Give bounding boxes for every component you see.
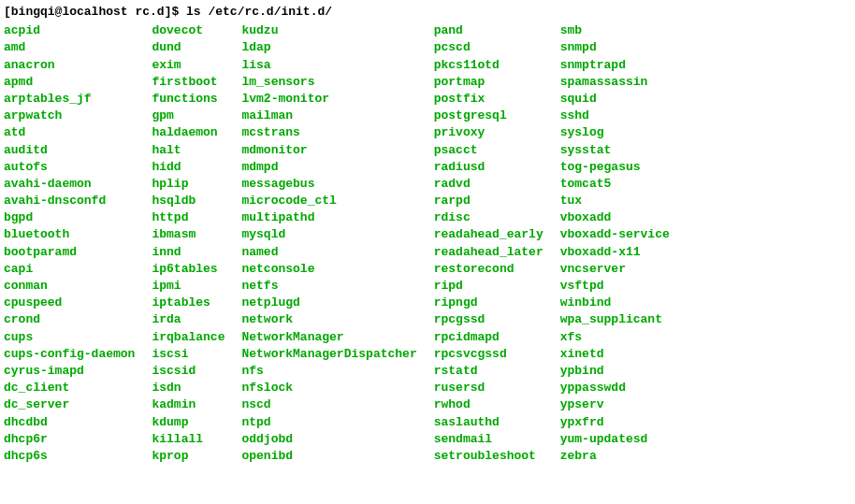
file-entry: smb — [560, 22, 670, 39]
file-entry: sshd — [560, 108, 670, 124]
file-entry: messagebus — [241, 176, 416, 193]
file-entry: autofs — [4, 159, 135, 176]
file-entry: ntpd — [241, 414, 416, 431]
file-entry: haldaemon — [152, 124, 225, 141]
file-entry: cyrus-imapd — [4, 363, 135, 380]
file-entry: microcode_ctl — [241, 193, 416, 209]
file-entry: dc_client — [4, 380, 135, 396]
file-entry: readahead_early — [434, 226, 543, 243]
file-entry: radiusd — [434, 159, 543, 176]
file-entry: vsftpd — [560, 278, 670, 295]
file-entry: ipmi — [152, 278, 225, 295]
file-entry: iscsi — [152, 346, 225, 363]
file-entry: ypserv — [560, 396, 670, 413]
file-entry: bluetooth — [4, 226, 135, 243]
file-entry: readahead_later — [434, 244, 543, 261]
file-entry: named — [241, 244, 416, 261]
file-entry: netconsole — [241, 261, 416, 278]
file-entry: xfs — [560, 329, 670, 346]
file-entry: tomcat5 — [560, 176, 670, 193]
file-entry: NetworkManager — [241, 329, 416, 346]
file-entry: mcstrans — [241, 124, 416, 141]
file-entry: auditd — [4, 142, 135, 159]
file-entry: innd — [152, 244, 225, 261]
file-entry: yppasswdd — [560, 380, 670, 396]
file-entry: nscd — [241, 396, 416, 413]
file-entry: cpuspeed — [4, 295, 135, 311]
file-entry: pand — [434, 22, 543, 39]
file-entry: postfix — [434, 91, 543, 108]
file-entry: saslauthd — [434, 414, 543, 431]
file-entry: mailman — [241, 108, 416, 124]
file-entry: pkcs11otd — [434, 57, 543, 74]
file-entry: wpa_supplicant — [560, 311, 670, 328]
file-entry: anacron — [4, 57, 135, 74]
file-entry: rdisc — [434, 209, 543, 226]
file-entry: nfs — [241, 363, 416, 380]
file-entry: functions — [152, 91, 225, 108]
file-entry: hsqldb — [152, 193, 225, 209]
file-entry: radvd — [434, 176, 543, 193]
file-entry: dhcp6r — [4, 431, 135, 448]
file-entry: atd — [4, 124, 135, 141]
file-entry: rusersd — [434, 380, 543, 396]
file-entry: network — [241, 311, 416, 328]
file-entry: vboxadd — [560, 209, 670, 226]
file-entry: dc_server — [4, 396, 135, 413]
file-entry: rstatd — [434, 363, 543, 380]
file-entry: hidd — [152, 159, 225, 176]
file-entry: dund — [152, 39, 225, 56]
file-entry: vboxadd-service — [560, 226, 670, 243]
file-entry: lisa — [241, 57, 416, 74]
file-entry: syslog — [560, 124, 670, 141]
file-entry: yum-updatesd — [560, 431, 670, 448]
file-entry: oddjobd — [241, 431, 416, 448]
file-entry: lm_sensors — [241, 74, 416, 91]
file-entry: capi — [4, 261, 135, 278]
file-entry: bgpd — [4, 209, 135, 226]
file-entry: rpcgssd — [434, 311, 543, 328]
file-entry: pcscd — [434, 39, 543, 56]
file-entry: firstboot — [152, 74, 225, 91]
file-entry: NetworkManagerDispatcher — [241, 346, 416, 363]
file-entry: exim — [152, 57, 225, 74]
file-entry: sysstat — [560, 142, 670, 159]
file-entry: openibd — [241, 448, 416, 465]
file-entry: xinetd — [560, 346, 670, 363]
file-entry: nfslock — [241, 380, 416, 396]
file-entry: psacct — [434, 142, 543, 159]
file-entry: cups — [4, 329, 135, 346]
file-entry: halt — [152, 142, 225, 159]
file-entry: privoxy — [434, 124, 543, 141]
file-entry: snmptrapd — [560, 57, 670, 74]
file-entry: crond — [4, 311, 135, 328]
file-entry: httpd — [152, 209, 225, 226]
file-entry: postgresql — [434, 108, 543, 124]
file-entry: kprop — [152, 448, 225, 465]
file-entry: mdmonitor — [241, 142, 416, 159]
file-entry: gpm — [152, 108, 225, 124]
file-entry: irda — [152, 311, 225, 328]
file-entry: ypbind — [560, 363, 670, 380]
file-entry: mysqld — [241, 226, 416, 243]
file-entry: ripngd — [434, 295, 543, 311]
file-entry: conman — [4, 278, 135, 295]
file-entry: rwhod — [434, 396, 543, 413]
file-entry: portmap — [434, 74, 543, 91]
file-entry: kadmin — [152, 396, 225, 413]
file-entry: arptables_jf — [4, 91, 135, 108]
prompt-line: [bingqi@localhost rc.d]$ ls /etc/rc.d/in… — [4, 4, 851, 21]
file-entry: killall — [152, 431, 225, 448]
file-entry: snmpd — [560, 39, 670, 56]
file-entry: zebra — [560, 448, 670, 465]
file-entry: bootparamd — [4, 244, 135, 261]
file-entry: winbind — [560, 295, 670, 311]
file-entry: iscsid — [152, 363, 225, 380]
file-entry: tog-pegasus — [560, 159, 670, 176]
listing-col-0: acpidamdanacronapmdarptables_jfarpwatcha… — [4, 22, 152, 465]
file-entry: sendmail — [434, 431, 543, 448]
file-entry: ypxfrd — [560, 414, 670, 431]
file-entry: multipathd — [241, 209, 416, 226]
listing-col-3: pandpcscdpkcs11otdportmappostfixpostgres… — [434, 22, 560, 465]
file-entry: kdump — [152, 414, 225, 431]
